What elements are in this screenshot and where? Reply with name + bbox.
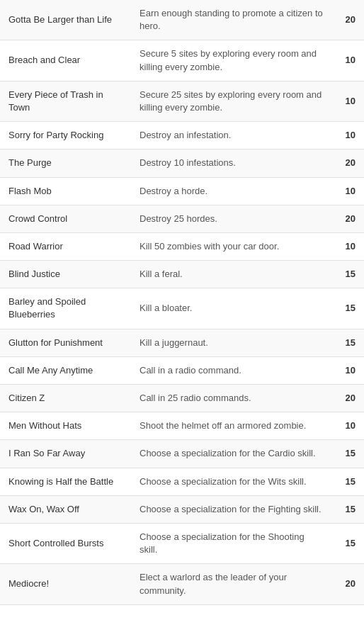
achievement-points: 15 [332, 329, 364, 356]
table-row: Short Controlled Bursts Choose a special… [0, 523, 364, 563]
table-row: I Ran So Far Away Choose a specializatio… [0, 440, 364, 468]
table-row: Blind Justice Kill a feral. 15 [0, 261, 364, 288]
table-row: Every Piece of Trash in Town Secure 25 s… [0, 81, 364, 121]
table-row: Road Warrior Kill 50 zombies with your c… [0, 232, 364, 260]
achievement-desc: Kill 50 zombies with your car door. [131, 232, 332, 260]
achievement-points: 10 [332, 40, 364, 81]
achievement-desc: Destroy an infestation. [131, 122, 332, 150]
achievement-points: 20 [332, 205, 364, 232]
achievement-desc: Secure 5 sites by exploring every room a… [131, 40, 332, 81]
table-row: Knowing is Half the Battle Choose a spec… [0, 468, 364, 495]
achievement-name: I Ran So Far Away [0, 440, 131, 468]
achievement-desc: Elect a warlord as the leader of your co… [131, 564, 332, 604]
achievement-points: 10 [332, 177, 364, 205]
achievement-name: Road Warrior [0, 232, 131, 260]
table-row: Men Without Hats Shoot the helmet off an… [0, 412, 364, 440]
achievement-name: Mediocre! [0, 564, 131, 604]
table-row: Sorry for Party Rocking Destroy an infes… [0, 122, 364, 150]
achievement-desc: Earn enough standing to promote a citize… [131, 0, 332, 40]
achievement-name: Men Without Hats [0, 412, 131, 440]
table-row: Mediocre! Elect a warlord as the leader … [0, 564, 364, 604]
achievement-points: 20 [332, 150, 364, 177]
achievement-name: Knowing is Half the Battle [0, 468, 131, 495]
achievement-desc: Kill a bloater. [131, 288, 332, 329]
achievement-desc: Call in a radio command. [131, 356, 332, 384]
achievement-points: 20 [332, 0, 364, 40]
table-row: Crowd Control Destroy 25 hordes. 20 [0, 205, 364, 232]
table-row: Citizen Z Call in 25 radio commands. 20 [0, 385, 364, 412]
achievement-points: 15 [332, 288, 364, 329]
achievement-desc: Call in 25 radio commands. [131, 385, 332, 412]
achievement-name: Wax On, Wax Off [0, 495, 131, 523]
achievements-table: Gotta Be Larger than Life Earn enough st… [0, 0, 364, 605]
achievement-name: Gotta Be Larger than Life [0, 0, 131, 40]
achievement-desc: Destroy 25 hordes. [131, 205, 332, 232]
achievement-name: Sorry for Party Rocking [0, 122, 131, 150]
achievement-name: Barley and Spoiled Blueberries [0, 288, 131, 329]
achievement-name: Citizen Z [0, 385, 131, 412]
table-row: The Purge Destroy 10 infestations. 20 [0, 150, 364, 177]
table-row: Flash Mob Destroy a horde. 10 [0, 177, 364, 205]
achievement-desc: Choose a specialization for the Shooting… [131, 523, 332, 563]
achievement-name: The Purge [0, 150, 131, 177]
achievement-name: Blind Justice [0, 261, 131, 288]
achievement-name: Breach and Clear [0, 40, 131, 81]
achievement-name: Flash Mob [0, 177, 131, 205]
achievement-points: 10 [332, 81, 364, 121]
achievement-name: Glutton for Punishment [0, 329, 131, 356]
table-row: Barley and Spoiled Blueberries Kill a bl… [0, 288, 364, 329]
achievement-points: 10 [332, 122, 364, 150]
achievement-desc: Kill a juggernaut. [131, 329, 332, 356]
achievement-points: 15 [332, 261, 364, 288]
achievement-desc: Choose a specialization for the Cardio s… [131, 440, 332, 468]
achievement-points: 10 [332, 232, 364, 260]
achievement-desc: Secure 25 sites by exploring every room … [131, 81, 332, 121]
table-row: Gotta Be Larger than Life Earn enough st… [0, 0, 364, 40]
achievement-name: Every Piece of Trash in Town [0, 81, 131, 121]
achievement-name: Crowd Control [0, 205, 131, 232]
achievement-desc: Choose a specialization for the Wits ski… [131, 468, 332, 495]
achievement-points: 15 [332, 468, 364, 495]
achievement-points: 20 [332, 564, 364, 604]
achievement-desc: Kill a feral. [131, 261, 332, 288]
achievement-points: 15 [332, 495, 364, 523]
achievement-desc: Destroy a horde. [131, 177, 332, 205]
achievement-points: 15 [332, 523, 364, 563]
achievement-points: 20 [332, 385, 364, 412]
achievement-points: 10 [332, 412, 364, 440]
table-row: Breach and Clear Secure 5 sites by explo… [0, 40, 364, 81]
table-row: Wax On, Wax Off Choose a specialization … [0, 495, 364, 523]
achievement-desc: Destroy 10 infestations. [131, 150, 332, 177]
table-row: Call Me Any Anytime Call in a radio comm… [0, 356, 364, 384]
achievement-points: 15 [332, 440, 364, 468]
achievement-name: Call Me Any Anytime [0, 356, 131, 384]
achievement-desc: Shoot the helmet off an armored zombie. [131, 412, 332, 440]
achievement-points: 10 [332, 356, 364, 384]
achievement-name: Short Controlled Bursts [0, 523, 131, 563]
achievement-desc: Choose a specialization for the Fighting… [131, 495, 332, 523]
table-row: Glutton for Punishment Kill a juggernaut… [0, 329, 364, 356]
